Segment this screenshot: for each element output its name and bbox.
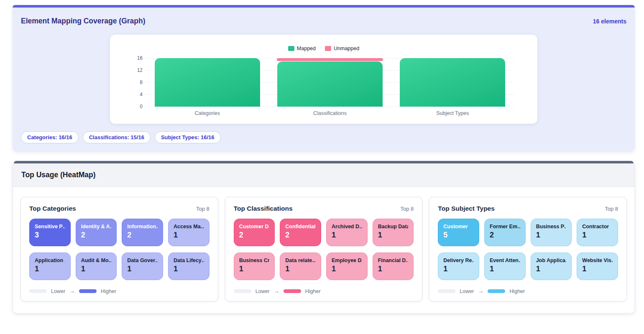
chart-legend: Mapped Unmapped bbox=[123, 46, 525, 51]
tile-label: Delivery Re… bbox=[443, 258, 474, 263]
heatmap-tile[interactable]: Access Ma…1 bbox=[168, 219, 210, 246]
bar-group-classifications bbox=[268, 58, 391, 107]
heatmap-tile[interactable]: Employee D…1 bbox=[326, 252, 368, 280]
y-axis-tick: 0 bbox=[129, 104, 143, 110]
panel-header: Top Classifications Top 8 bbox=[234, 205, 414, 212]
lower-scale-pill bbox=[438, 289, 455, 293]
heatmap-tile[interactable]: Customer5 bbox=[438, 219, 479, 246]
y-axis-tick: 12 bbox=[129, 67, 143, 73]
heatmap-tile[interactable]: Former Em…2 bbox=[484, 219, 526, 246]
tile-value: 1 bbox=[127, 265, 158, 273]
tile-value: 2 bbox=[239, 231, 270, 240]
bar-stack bbox=[155, 58, 260, 107]
tile-label: Audit & Mo… bbox=[81, 258, 112, 263]
tile-value: 5 bbox=[443, 231, 474, 240]
arrow-right-icon bbox=[478, 288, 483, 294]
lower-scale-pill bbox=[29, 289, 47, 293]
tile-label: Customer bbox=[443, 224, 474, 229]
tile-value: 1 bbox=[174, 265, 204, 273]
heatmap-tile[interactable]: Information…2 bbox=[122, 219, 163, 246]
coverage-header: Element Mapping Coverage (Graph) 16 elem… bbox=[21, 14, 626, 27]
lower-label: Lower bbox=[256, 288, 270, 294]
page: Element Mapping Coverage (Graph) 16 elem… bbox=[0, 0, 644, 334]
tile-label: Website Vis… bbox=[582, 258, 613, 263]
higher-label: Higher bbox=[101, 288, 116, 294]
tile-value: 1 bbox=[239, 265, 270, 273]
top-usage-section: Top Usage (HeatMap) Top Categories Top 8… bbox=[13, 161, 635, 314]
heatmap-tile[interactable]: Identity & A…2 bbox=[76, 219, 117, 246]
heatmap-tile[interactable]: Confidential2 bbox=[280, 219, 321, 246]
heatmap-tile[interactable]: Data Lifecy…1 bbox=[168, 252, 210, 280]
heatmap-tile[interactable]: Application …1 bbox=[29, 252, 71, 280]
tile-label: Event Atten… bbox=[490, 258, 520, 263]
bar-unmapped[interactable] bbox=[277, 58, 383, 61]
top-n-badge: Top 8 bbox=[401, 206, 414, 212]
gridline: 0 bbox=[146, 107, 514, 107]
top-n-badge: Top 8 bbox=[196, 206, 210, 212]
heatmap-tile[interactable]: Audit & Mo…1 bbox=[76, 252, 117, 280]
y-axis-tick: 16 bbox=[129, 55, 143, 61]
heatmap-tile[interactable]: Sensitive P…3 bbox=[29, 219, 71, 246]
arrow-right-icon bbox=[274, 288, 279, 294]
panel-top-classifications: Top Classifications Top 8 Customer D…2 C… bbox=[225, 197, 423, 301]
x-axis-labels: Categories Classifications Subject Types bbox=[146, 110, 514, 116]
legend-label-mapped: Mapped bbox=[297, 46, 316, 51]
heatmap-tile[interactable]: Financial D…1 bbox=[373, 252, 414, 280]
tile-value: 1 bbox=[378, 231, 409, 240]
heatmap-panels: Top Categories Top 8 Sensitive P…3 Ident… bbox=[13, 187, 634, 313]
heatmap-grid: Customer5 Former Em…2 Business P…1 Contr… bbox=[438, 219, 618, 280]
lower-label: Lower bbox=[51, 288, 65, 294]
tile-value: 2 bbox=[81, 231, 112, 240]
heatmap-scale-legend: Lower Higher bbox=[438, 288, 618, 294]
panel-title: Top Subject Types bbox=[438, 205, 495, 212]
tile-label: Data Lifecy… bbox=[174, 258, 204, 263]
y-axis-tick: 4 bbox=[129, 92, 143, 97]
chip-classifications-coverage: Classifications: 15/16 bbox=[83, 131, 151, 143]
heatmap-tile[interactable]: Data relate…1 bbox=[280, 252, 321, 280]
heatmap-tile[interactable]: Website Vis…1 bbox=[577, 252, 618, 280]
panel-header: Top Categories Top 8 bbox=[29, 205, 210, 212]
heatmap-tile[interactable]: Data Gover…1 bbox=[122, 252, 163, 280]
tile-label: Access Ma… bbox=[174, 224, 204, 229]
lower-label: Lower bbox=[460, 288, 474, 294]
panel-header: Top Subject Types Top 8 bbox=[438, 205, 618, 212]
heatmap-tile[interactable]: Backup Data1 bbox=[373, 219, 414, 246]
heatmap-tile[interactable]: Contractor1 bbox=[577, 219, 618, 246]
heatmap-tile[interactable]: Customer D…2 bbox=[234, 219, 275, 246]
tile-value: 1 bbox=[536, 231, 567, 240]
heatmap-tile[interactable]: Delivery Re…1 bbox=[438, 252, 479, 280]
usage-title: Top Usage (HeatMap) bbox=[21, 171, 626, 179]
bar-group-subject-types bbox=[391, 58, 514, 107]
tile-value: 1 bbox=[332, 231, 362, 240]
bars-layer bbox=[146, 58, 514, 107]
unmapped-swatch-icon bbox=[325, 46, 331, 51]
bar-chart-plot: 16 12 8 4 0 bbox=[146, 58, 514, 107]
bar-mapped[interactable] bbox=[400, 58, 505, 107]
heatmap-tile[interactable]: Event Atten…1 bbox=[484, 252, 526, 280]
heatmap-tile[interactable]: Business P…1 bbox=[531, 219, 572, 246]
bar-mapped[interactable] bbox=[277, 61, 383, 107]
tile-label: Sensitive P… bbox=[35, 224, 65, 229]
heatmap-tile[interactable]: Archived D…1 bbox=[326, 219, 368, 246]
lower-scale-pill bbox=[234, 289, 251, 293]
higher-scale-pill bbox=[284, 289, 301, 293]
legend-item-unmapped[interactable]: Unmapped bbox=[325, 46, 359, 51]
bar-mapped[interactable] bbox=[155, 58, 260, 107]
heatmap-tile[interactable]: Business Cr…1 bbox=[234, 252, 275, 280]
legend-item-mapped[interactable]: Mapped bbox=[288, 46, 316, 51]
panel-top-subject-types: Top Subject Types Top 8 Customer5 Former… bbox=[429, 197, 627, 301]
tile-label: Information… bbox=[127, 224, 158, 229]
tile-label: Financial D… bbox=[378, 258, 409, 263]
usage-body: Top Usage (HeatMap) Top Categories Top 8… bbox=[13, 163, 635, 314]
tile-label: Confidential bbox=[285, 224, 316, 229]
tile-value: 1 bbox=[536, 265, 567, 273]
tile-value: 1 bbox=[285, 265, 316, 273]
legend-label-unmapped: Unmapped bbox=[334, 46, 359, 51]
coverage-body: Element Mapping Coverage (Graph) 16 elem… bbox=[13, 8, 635, 152]
heatmap-grid: Sensitive P…3 Identity & A…2 Information… bbox=[29, 219, 210, 280]
heatmap-scale-legend: Lower Higher bbox=[234, 288, 414, 294]
tile-value: 1 bbox=[490, 265, 520, 273]
tile-label: Job Applica… bbox=[536, 258, 567, 263]
chip-subject-types-coverage: Subject Types: 16/16 bbox=[155, 131, 221, 143]
heatmap-tile[interactable]: Job Applica…1 bbox=[531, 252, 572, 280]
